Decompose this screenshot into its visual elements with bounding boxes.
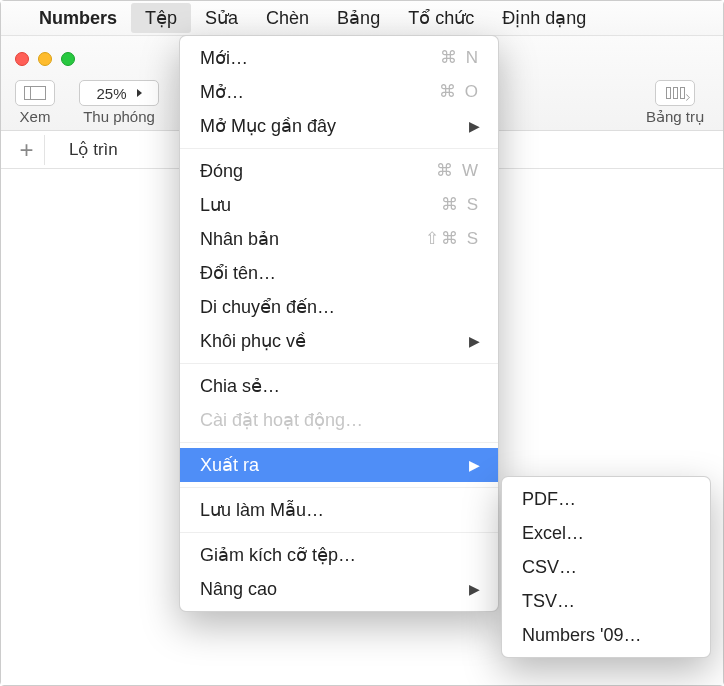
menuitem-save[interactable]: Lưu⌘ S	[180, 188, 498, 222]
chevron-right-icon: ▶	[469, 114, 480, 138]
menuitem-new[interactable]: Mới…⌘ N	[180, 41, 498, 75]
chevron-down-icon	[137, 89, 142, 97]
menu-format[interactable]: Định dạng	[488, 3, 600, 33]
menuitem-open[interactable]: Mở…⌘ O	[180, 75, 498, 109]
menu-edit[interactable]: Sửa	[191, 3, 252, 33]
toolbar-view[interactable]: Xem	[15, 80, 55, 125]
menuitem-export-pdf[interactable]: PDF…	[502, 482, 710, 516]
close-window-button[interactable]	[15, 52, 29, 66]
menuitem-export-csv[interactable]: CSV…	[502, 550, 710, 584]
menuitem-moveto[interactable]: Di chuyển đến…	[180, 290, 498, 324]
app-window: Numbers Tệp Sửa Chèn Bảng Tổ chức Định d…	[0, 0, 724, 686]
menuitem-share[interactable]: Chia sẻ…	[180, 369, 498, 403]
menu-separator	[180, 363, 498, 364]
menu-separator	[180, 442, 498, 443]
menu-separator	[180, 532, 498, 533]
file-menu: Mới…⌘ N Mở…⌘ O Mở Mục gần đây▶ Đóng⌘ W L…	[179, 35, 499, 612]
menuitem-rename[interactable]: Đổi tên…	[180, 256, 498, 290]
menu-organize[interactable]: Tổ chức	[394, 3, 488, 33]
toolbar-pivot[interactable]: Bảng trụ	[646, 80, 705, 126]
menuitem-export[interactable]: Xuất ra▶	[180, 448, 498, 482]
fullscreen-window-button[interactable]	[61, 52, 75, 66]
menuitem-duplicate[interactable]: Nhân bản⇧⌘ S	[180, 222, 498, 256]
menuitem-open-recent[interactable]: Mở Mục gần đây▶	[180, 109, 498, 143]
menuitem-reduce-file-size[interactable]: Giảm kích cỡ tệp…	[180, 538, 498, 572]
menu-app[interactable]: Numbers	[25, 4, 131, 33]
toolbar-zoom-label: Thu phóng	[83, 108, 155, 125]
toolbar-zoom[interactable]: 25% Thu phóng	[79, 80, 159, 125]
menu-insert[interactable]: Chèn	[252, 4, 323, 33]
menu-table[interactable]: Bảng	[323, 3, 394, 33]
menuitem-export-numbers09[interactable]: Numbers '09…	[502, 618, 710, 652]
menuitem-export-excel[interactable]: Excel…	[502, 516, 710, 550]
sheet-tab[interactable]: Lộ trìn	[55, 135, 132, 164]
zoom-value: 25%	[96, 85, 126, 102]
menuitem-revert[interactable]: Khôi phục về▶	[180, 324, 498, 358]
menubar: Numbers Tệp Sửa Chèn Bảng Tổ chức Định d…	[1, 1, 723, 35]
menu-separator	[180, 148, 498, 149]
menuitem-export-tsv[interactable]: TSV…	[502, 584, 710, 618]
menuitem-close[interactable]: Đóng⌘ W	[180, 154, 498, 188]
menu-file[interactable]: Tệp	[131, 3, 191, 33]
toolbar-pivot-label: Bảng trụ	[646, 108, 705, 126]
window-traffic-lights	[15, 52, 75, 66]
export-submenu: PDF… Excel… CSV… TSV… Numbers '09…	[501, 476, 711, 658]
minimize-window-button[interactable]	[38, 52, 52, 66]
chevron-right-icon: ▶	[469, 453, 480, 477]
menuitem-advanced[interactable]: Nâng cao▶	[180, 572, 498, 606]
menuitem-save-as-template[interactable]: Lưu làm Mẫu…	[180, 493, 498, 527]
toolbar-view-label: Xem	[20, 108, 51, 125]
chevron-right-icon: ▶	[469, 329, 480, 353]
add-sheet-button[interactable]: +	[9, 135, 45, 165]
menuitem-activity-settings: Cài đặt hoạt động…	[180, 403, 498, 437]
chevron-right-icon: ▶	[469, 577, 480, 601]
menu-separator	[180, 487, 498, 488]
